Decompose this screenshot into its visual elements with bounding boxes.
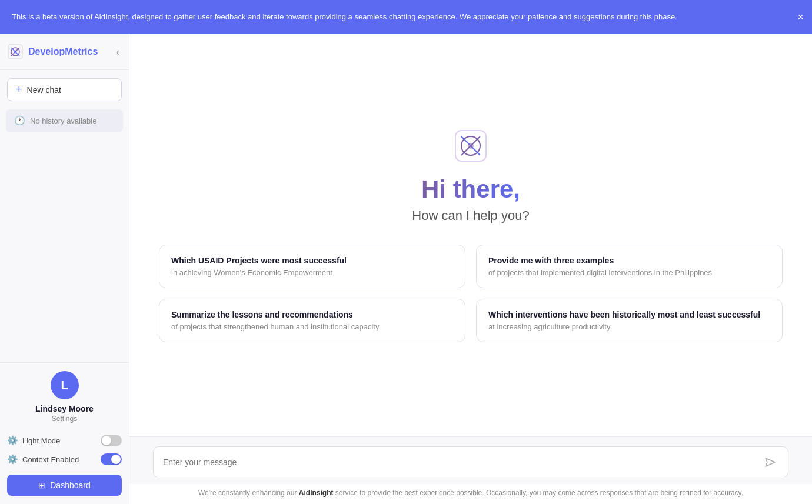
send-button[interactable] bbox=[762, 455, 778, 469]
context-enabled-track bbox=[101, 453, 122, 465]
app-logo bbox=[453, 128, 488, 166]
context-enabled-knob bbox=[111, 455, 121, 464]
suggestion-card-3[interactable]: Which interventions have been historical… bbox=[476, 299, 783, 342]
context-enabled-toggle[interactable] bbox=[101, 453, 122, 465]
light-mode-track bbox=[101, 435, 122, 446]
light-mode-toggle[interactable] bbox=[101, 435, 122, 446]
chat-area: Hi there, How can I help you? Which USAI… bbox=[129, 34, 812, 436]
suggestion-card-0[interactable]: Which USAID Projects were most successfu… bbox=[159, 245, 465, 288]
main-content: Hi there, How can I help you? Which USAI… bbox=[129, 34, 812, 504]
beta-banner: This is a beta version of AidInsight, de… bbox=[0, 0, 812, 34]
suggestion-grid: Which USAID Projects were most successfu… bbox=[159, 245, 783, 342]
suggestion-subtitle-1: of projects that implemented digital int… bbox=[488, 268, 770, 277]
suggestion-title-3: Which interventions have been historical… bbox=[488, 310, 770, 319]
grid-icon: ⊞ bbox=[38, 480, 45, 490]
sidebar-header: DevelopMetrics ‹ bbox=[0, 34, 129, 70]
context-enabled-label-group: ⚙️ Context Enabled bbox=[7, 454, 79, 465]
logo-text: DevelopMetrics bbox=[28, 46, 98, 57]
no-history-indicator: 🕐 No history available bbox=[6, 109, 123, 132]
message-input[interactable] bbox=[163, 458, 756, 467]
no-history-text: No history available bbox=[30, 116, 96, 125]
suggestion-title-0: Which USAID Projects were most successfu… bbox=[171, 256, 453, 265]
greeting-title: Hi there, bbox=[421, 175, 520, 203]
dashboard-button[interactable]: ⊞ Dashboard bbox=[7, 475, 122, 496]
suggestion-subtitle-2: of projects that strengthened human and … bbox=[171, 322, 453, 331]
banner-close-button[interactable]: × bbox=[797, 12, 804, 22]
light-mode-knob bbox=[102, 436, 111, 445]
logo: DevelopMetrics bbox=[7, 44, 98, 60]
banner-text: This is a beta version of AidInsight, de… bbox=[12, 11, 788, 23]
sidebar: DevelopMetrics ‹ + New chat 🕐 No history… bbox=[0, 34, 129, 504]
footer-brand: AidInsight bbox=[299, 489, 334, 497]
svg-point-4 bbox=[14, 51, 17, 54]
footer-text-after: service to provide the best experience p… bbox=[333, 489, 743, 497]
send-icon bbox=[764, 456, 776, 468]
greeting-subtitle: How can I help you? bbox=[412, 208, 529, 223]
light-mode-label-group: ⚙️ Light Mode bbox=[7, 435, 60, 446]
suggestion-subtitle-3: at increasing agriculture productivity bbox=[488, 322, 770, 331]
context-icon: ⚙️ bbox=[7, 454, 18, 465]
collapse-sidebar-button[interactable]: ‹ bbox=[114, 45, 122, 59]
message-input-box bbox=[153, 446, 788, 478]
suggestion-card-1[interactable]: Provide me with three examples of projec… bbox=[476, 245, 783, 288]
footer: We're constantly enhancing our AidInsigh… bbox=[129, 484, 812, 504]
clock-icon: 🕐 bbox=[14, 115, 25, 126]
new-chat-button[interactable]: + New chat bbox=[7, 78, 122, 101]
suggestion-title-2: Summarize the lessons and recommendation… bbox=[171, 310, 453, 319]
light-mode-label: Light Mode bbox=[22, 436, 60, 445]
sidebar-bottom: L Lindsey Moore Settings ⚙️ Light Mode ⚙… bbox=[0, 362, 129, 504]
suggestion-card-2[interactable]: Summarize the lessons and recommendation… bbox=[159, 299, 465, 342]
logo-text-purple: Metrics bbox=[65, 46, 98, 56]
suggestion-subtitle-0: in achieving Women's Economic Empowermen… bbox=[171, 268, 453, 277]
light-mode-row: ⚙️ Light Mode bbox=[7, 431, 122, 450]
avatar: L bbox=[51, 371, 79, 399]
plus-icon: + bbox=[16, 84, 22, 96]
app-logo-svg bbox=[453, 128, 488, 163]
svg-point-9 bbox=[468, 143, 474, 149]
settings-link[interactable]: Settings bbox=[7, 415, 122, 423]
footer-text-before: We're constantly enhancing our bbox=[198, 489, 299, 497]
user-name: Lindsey Moore bbox=[7, 404, 122, 413]
new-chat-label: New chat bbox=[27, 85, 61, 95]
sun-icon: ⚙️ bbox=[7, 435, 18, 446]
context-enabled-row: ⚙️ Context Enabled bbox=[7, 450, 122, 469]
main-layout: DevelopMetrics ‹ + New chat 🕐 No history… bbox=[0, 34, 812, 504]
logo-icon bbox=[7, 44, 24, 60]
logo-text-black: Develop bbox=[28, 46, 65, 56]
suggestion-title-1: Provide me with three examples bbox=[488, 256, 770, 265]
dashboard-label: Dashboard bbox=[50, 480, 91, 490]
input-area bbox=[129, 436, 812, 484]
context-enabled-label: Context Enabled bbox=[22, 455, 79, 464]
